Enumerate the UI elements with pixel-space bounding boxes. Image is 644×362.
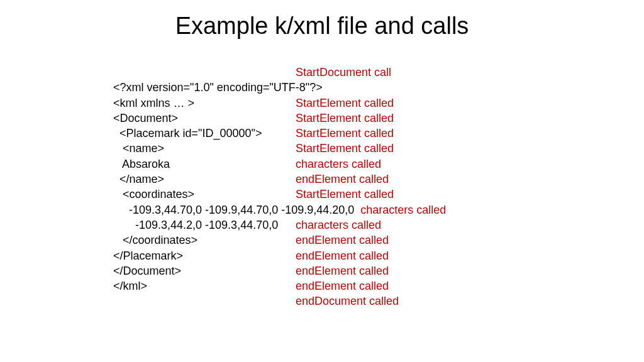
call-text: characters called [360,202,446,217]
code-row: <kml xmlns … >StartElement called [113,96,644,111]
xml-text: <Placemark id="ID_00000"> [113,126,296,141]
slide-content: StartDocument call <?xml version="1.0" e… [0,65,644,309]
call-text: endDocument called [296,293,399,309]
xml-text: <?xml version="1.0" encoding="UTF-8"?> [113,80,323,95]
call-text: StartElement called [296,96,394,111]
xml-text: </Placemark> [113,248,296,263]
xml-text: </kml> [113,278,296,293]
xml-text: Absaroka [113,156,296,172]
code-row: </kml>endElement called [113,278,644,293]
xml-text: -109.3,44.2,0 -109.3,44.70,0 [113,217,296,233]
code-row: <name>StartElement called [113,141,644,156]
xml-text: </name> [113,172,296,187]
code-row: -109.3,44.2,0 -109.3,44.70,0characters c… [113,217,644,233]
call-text: StartElement called [296,141,394,156]
code-row: </coordinates>endElement called [113,233,644,248]
call-text: StartElement called [296,111,394,126]
call-text: endElement called [296,233,389,248]
xml-text: -109.3,44.70,0 -109.9,44.70,0 -109.9,44.… [113,202,360,217]
code-row: <?xml version="1.0" encoding="UTF-8"?> [113,80,644,95]
xml-text: <name> [113,141,296,156]
code-row: -109.3,44.70,0 -109.9,44.70,0 -109.9,44.… [113,202,644,217]
call-text: endElement called [296,172,389,187]
call-text: StartElement called [296,126,394,141]
call-text: endElement called [296,248,389,263]
xml-text: <Document> [113,111,296,126]
call-text: endElement called [296,278,389,293]
code-row: </Document>endElement called [113,263,644,278]
code-row: <Placemark id="ID_00000">StartElement ca… [113,126,644,141]
call-text: StartElement called [296,187,394,202]
xml-text: </Document> [113,263,296,278]
call-text: endElement called [296,263,389,278]
call-text: StartDocument call [296,65,391,80]
xml-text: <coordinates> [113,187,296,202]
code-row: <Document>StartElement called [113,111,644,126]
code-row: </Placemark>endElement called [113,248,644,263]
code-row: </name>endElement called [113,172,644,187]
code-row: Absarokacharacters called [113,156,644,172]
code-row: endDocument called [113,293,644,309]
call-text: characters called [296,217,381,233]
xml-text: <kml xmlns … > [113,96,296,111]
code-row: <coordinates>StartElement called [113,187,644,202]
xml-text [113,65,296,80]
call-text: characters called [296,156,381,172]
xml-text: </coordinates> [113,233,296,248]
code-row: StartDocument call [113,65,644,80]
slide-title: Example k/xml file and calls [0,0,644,65]
xml-text [113,293,296,309]
